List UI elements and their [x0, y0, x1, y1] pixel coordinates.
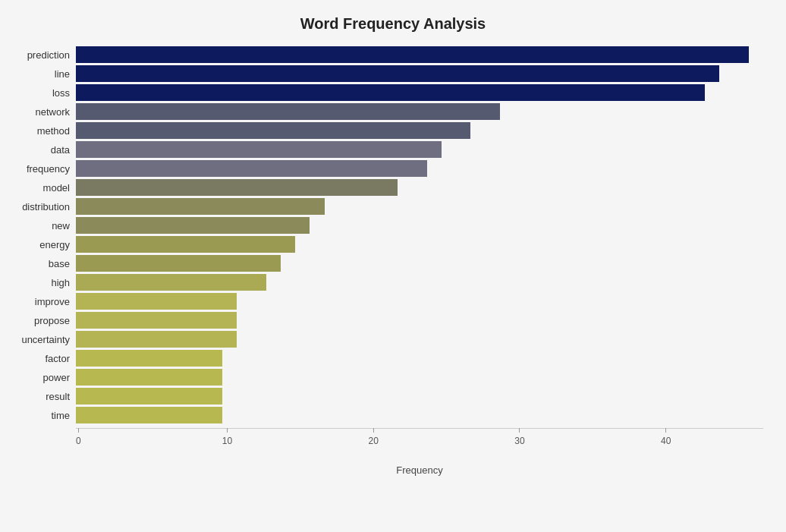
bar [76, 179, 398, 196]
bar-label: time [4, 410, 76, 421]
bar-label: propose [4, 315, 76, 326]
bar [76, 122, 470, 139]
bar-label: base [4, 258, 76, 269]
x-tick-line [373, 428, 374, 433]
bar-row: time [76, 407, 763, 423]
bar-row: line [76, 65, 763, 82]
bar [76, 293, 237, 310]
x-tick: 20 [369, 428, 379, 446]
bar [76, 198, 325, 215]
x-tick-line [78, 428, 79, 433]
x-tick-line [227, 428, 228, 433]
bar-row: improve [76, 293, 763, 310]
bar-label: result [4, 391, 76, 402]
bar-row: network [76, 103, 763, 120]
bar-label: model [4, 182, 76, 194]
x-tick-label: 10 [222, 436, 232, 446]
x-tick-label: 20 [369, 436, 379, 446]
bar [76, 84, 705, 101]
bar-label: distribution [4, 201, 76, 212]
bar-label: factor [4, 353, 76, 364]
bar-track [76, 103, 763, 120]
bar [76, 350, 222, 367]
x-tick-label: 0 [76, 436, 81, 446]
bar-track [76, 274, 763, 291]
chart-title: Word Frequency Analysis [23, 15, 763, 33]
bar [76, 46, 749, 63]
bar-label: data [4, 144, 76, 156]
x-tick-line [519, 428, 520, 433]
bar-row: distribution [76, 198, 763, 215]
x-axis-container: 010203040 [76, 428, 763, 458]
bar-track [76, 331, 763, 348]
bar-label: frequency [4, 163, 76, 175]
x-tick: 30 [514, 428, 524, 446]
bar-row: prediction [76, 46, 763, 63]
bar-label: loss [4, 87, 76, 99]
bar-track [76, 293, 763, 310]
bar-track [76, 141, 763, 158]
bar-track [76, 122, 763, 139]
bar-row: uncertainty [76, 331, 763, 348]
bar [76, 331, 237, 348]
bar-row: model [76, 179, 763, 196]
bar-label: uncertainty [4, 334, 76, 345]
bar-track [76, 198, 763, 215]
bar-label: network [4, 106, 76, 118]
bar [76, 388, 222, 405]
bar-track [76, 407, 763, 423]
bar-track [76, 84, 763, 101]
bar-track [76, 179, 763, 196]
bar-row: high [76, 274, 763, 291]
bar-row: frequency [76, 160, 763, 177]
bar [76, 141, 442, 158]
bar [76, 255, 281, 272]
bar-row: energy [76, 236, 763, 253]
bar [76, 369, 222, 386]
bar-row: new [76, 217, 763, 234]
bar-label: method [4, 125, 76, 137]
bar-track [76, 160, 763, 177]
bar-track [76, 236, 763, 253]
bar [76, 274, 266, 291]
x-tick-line [665, 428, 666, 433]
x-tick: 40 [661, 428, 671, 446]
bar-row: method [76, 122, 763, 139]
bar-row: propose [76, 312, 763, 329]
x-tick: 10 [222, 428, 232, 446]
bar-track [76, 255, 763, 272]
bar-label: line [4, 68, 76, 80]
bar-row: factor [76, 350, 763, 367]
bar [76, 407, 222, 423]
x-axis-label: Frequency [76, 464, 763, 476]
bar-track [76, 350, 763, 367]
bar [76, 312, 237, 329]
bar-label: energy [4, 239, 76, 250]
bar-track [76, 217, 763, 234]
x-tick: 0 [76, 428, 81, 446]
bar [76, 236, 295, 253]
bar-row: result [76, 388, 763, 405]
bar [76, 160, 427, 177]
bar-track [76, 312, 763, 329]
x-tick-label: 30 [514, 436, 524, 446]
chart-container: Word Frequency Analysis predictionlinelo… [0, 0, 786, 532]
bar-label: improve [4, 296, 76, 307]
bar-label: prediction [4, 49, 76, 61]
bar-label: power [4, 372, 76, 383]
bar-track [76, 388, 763, 405]
bar [76, 217, 310, 234]
bar-track [76, 65, 763, 82]
bar-track [76, 369, 763, 386]
bar-row: power [76, 369, 763, 386]
bar-label: high [4, 277, 76, 288]
bar-label: new [4, 220, 76, 231]
bar-track [76, 46, 763, 63]
bar [76, 65, 719, 82]
bar-row: data [76, 141, 763, 158]
bar [76, 103, 500, 120]
x-tick-label: 40 [661, 436, 671, 446]
chart-area: predictionlinelossnetworkmethoddatafrequ… [76, 46, 763, 423]
bar-row: loss [76, 84, 763, 101]
bar-row: base [76, 255, 763, 272]
